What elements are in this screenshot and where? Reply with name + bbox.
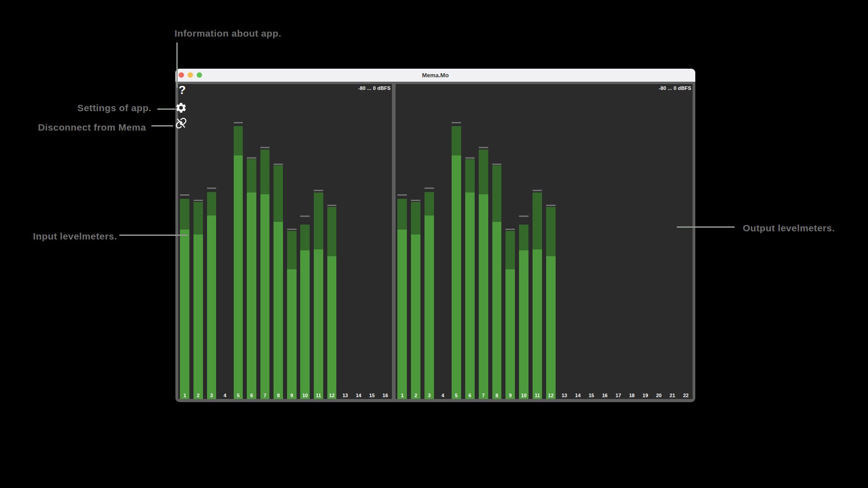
input-range-label: -80 ... 0 dBFS bbox=[358, 85, 391, 91]
meter-channel-20: 20 bbox=[652, 84, 665, 399]
channel-number-label: 22 bbox=[679, 393, 693, 398]
channel-number-label: 12 bbox=[325, 393, 339, 398]
peak-hold-marker bbox=[533, 190, 542, 191]
channel-number-label: 9 bbox=[504, 393, 517, 398]
close-button[interactable] bbox=[179, 72, 184, 78]
channel-number-label: 15 bbox=[365, 393, 379, 398]
help-icon[interactable]: ? bbox=[179, 84, 186, 96]
rms-bar bbox=[193, 235, 203, 399]
rms-bar bbox=[533, 249, 542, 399]
meter-channel-9: 9 bbox=[285, 84, 299, 399]
channel-number-label: 10 bbox=[298, 393, 312, 398]
channel-number-label: 6 bbox=[463, 393, 476, 398]
output-meter-area: 12345678910111213141516171819202122 bbox=[396, 84, 693, 399]
peak-hold-marker bbox=[327, 205, 337, 206]
rms-bar bbox=[274, 222, 283, 399]
rms-bar bbox=[327, 256, 337, 399]
meter-channel-11: 11 bbox=[531, 84, 544, 399]
channel-number-label: 18 bbox=[625, 393, 639, 398]
meter-channel-14: 14 bbox=[352, 84, 365, 399]
meter-channel-7: 7 bbox=[476, 84, 490, 399]
meter-channel-16: 16 bbox=[598, 84, 612, 399]
traffic-lights bbox=[179, 69, 202, 81]
channel-number-label: 14 bbox=[571, 393, 585, 398]
meter-channel-8: 8 bbox=[272, 84, 285, 399]
meter-channel-15: 15 bbox=[365, 84, 379, 399]
meter-channel-5: 5 bbox=[449, 84, 463, 399]
channel-number-label: 7 bbox=[258, 393, 272, 398]
rms-bar bbox=[479, 194, 488, 399]
minimize-button[interactable] bbox=[188, 72, 193, 78]
rms-bar bbox=[505, 269, 515, 399]
meter-channel-15: 15 bbox=[585, 84, 598, 399]
peak-hold-marker bbox=[234, 122, 243, 123]
channel-number-label: 12 bbox=[544, 393, 558, 398]
rms-bar bbox=[425, 216, 434, 399]
channel-number-label: 21 bbox=[665, 393, 679, 398]
rms-bar bbox=[314, 249, 323, 399]
rms-bar bbox=[397, 230, 407, 399]
channel-number-label: 3 bbox=[423, 393, 436, 398]
peak-hold-marker bbox=[479, 147, 488, 148]
annotation-information-about-app: Information about app. bbox=[175, 28, 281, 39]
rms-bar bbox=[207, 216, 217, 399]
meter-channel-12: 12 bbox=[325, 84, 339, 399]
peak-hold-marker bbox=[397, 194, 407, 196]
channel-number-label: 11 bbox=[312, 393, 326, 398]
meter-channel-6: 6 bbox=[463, 84, 476, 399]
channel-number-label: 17 bbox=[612, 393, 625, 398]
channel-number-label: 8 bbox=[272, 393, 285, 398]
rms-bar bbox=[452, 155, 461, 399]
channel-number-label: 13 bbox=[339, 393, 352, 398]
meter-channel-13: 13 bbox=[557, 84, 571, 399]
peak-hold-marker bbox=[180, 194, 189, 196]
channel-number-label: 19 bbox=[639, 393, 652, 398]
meter-channel-2: 2 bbox=[192, 84, 205, 399]
meter-channel-11: 11 bbox=[312, 84, 326, 399]
meter-channel-3: 3 bbox=[423, 84, 436, 399]
annotation-disconnect-from-mema: Disconnect from Mema bbox=[27, 122, 146, 133]
zoom-button[interactable] bbox=[197, 72, 202, 78]
window-title: Mema.Mo bbox=[175, 72, 695, 79]
channel-number-label: 10 bbox=[517, 393, 531, 398]
channel-number-label: 2 bbox=[409, 393, 423, 398]
meter-channel-10: 10 bbox=[298, 84, 312, 399]
meter-channel-22: 22 bbox=[679, 84, 693, 399]
peak-hold-marker bbox=[492, 164, 502, 165]
peak-hold-marker bbox=[519, 216, 528, 217]
disconnect-link-off-icon[interactable] bbox=[175, 117, 187, 129]
channel-number-label: 1 bbox=[396, 393, 409, 398]
mema-mo-window: Mema.Mo -80 ... 0 dBFS 12345678910111213… bbox=[175, 69, 695, 402]
screen-background: { "window": { "title": "Mema.Mo", "traff… bbox=[0, 0, 868, 488]
peak-hold-marker bbox=[287, 229, 297, 230]
meter-channel-1: 1 bbox=[396, 84, 409, 399]
meter-channel-10: 10 bbox=[517, 84, 531, 399]
meter-channel-7: 7 bbox=[258, 84, 272, 399]
meter-channel-1: 1 bbox=[178, 84, 192, 399]
meter-channel-4: 4 bbox=[218, 84, 232, 399]
meter-channel-2: 2 bbox=[409, 84, 423, 399]
channel-number-label: 5 bbox=[449, 393, 463, 398]
settings-gear-icon[interactable] bbox=[175, 102, 187, 114]
rms-bar bbox=[492, 222, 502, 399]
input-meter-area: 12345678910111213141516 bbox=[178, 84, 392, 399]
rms-bar bbox=[465, 192, 475, 399]
peak-hold-marker bbox=[505, 229, 515, 230]
annotation-input-levelmeters: Input levelmeters. bbox=[33, 231, 117, 242]
channel-number-label: 14 bbox=[352, 393, 365, 398]
meter-channel-8: 8 bbox=[490, 84, 504, 399]
peak-hold-marker bbox=[207, 188, 217, 189]
channel-number-label: 16 bbox=[378, 393, 392, 398]
channel-number-label: 2 bbox=[192, 393, 205, 398]
meter-channel-6: 6 bbox=[245, 84, 259, 399]
peak-hold-marker bbox=[274, 164, 283, 165]
channel-number-label: 4 bbox=[218, 393, 232, 398]
meter-channel-3: 3 bbox=[205, 84, 218, 399]
channel-number-label: 4 bbox=[436, 393, 450, 398]
peak-hold-marker bbox=[260, 147, 270, 148]
channel-number-label: 16 bbox=[598, 393, 612, 398]
peak-hold-marker bbox=[546, 205, 556, 206]
meter-channel-12: 12 bbox=[544, 84, 558, 399]
channel-number-label: 11 bbox=[531, 393, 544, 398]
annotation-line-output bbox=[677, 226, 735, 228]
